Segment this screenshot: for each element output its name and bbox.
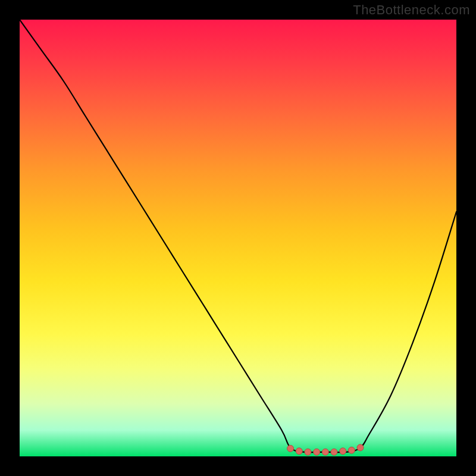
optimal-marker: [314, 449, 320, 455]
plot-area: [20, 20, 456, 456]
bottleneck-curve: [20, 20, 456, 452]
watermark-text: TheBottleneck.com: [353, 2, 470, 18]
optimal-marker: [331, 449, 337, 455]
optimal-marker: [287, 445, 294, 452]
optimal-marker: [296, 448, 302, 455]
optimal-range-markers: [287, 444, 364, 455]
chart-frame: TheBottleneck.com: [0, 0, 476, 476]
optimal-marker: [357, 444, 364, 451]
chart-svg: [20, 20, 456, 456]
optimal-marker: [340, 448, 346, 455]
optimal-marker: [305, 449, 311, 455]
optimal-marker: [348, 447, 355, 453]
optimal-marker: [322, 449, 328, 455]
